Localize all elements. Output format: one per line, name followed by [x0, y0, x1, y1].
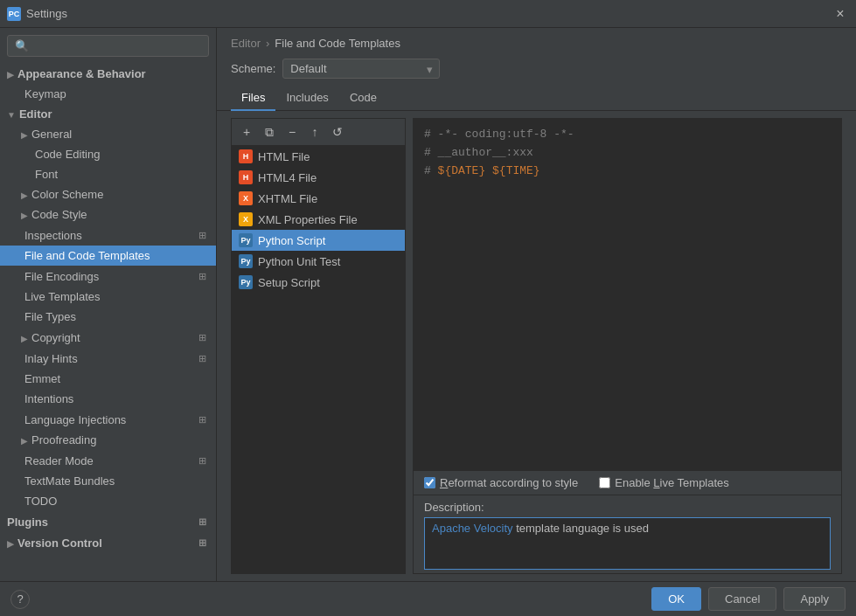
code-editor[interactable]: # -*- coding:utf-8 -*- # __author__:xxx …: [414, 119, 841, 470]
nav-tree: ▶Appearance & Behavior Keymap ▼Editor ▶G…: [0, 64, 216, 581]
file-item-python-unit-test[interactable]: Py Python Unit Test: [232, 251, 405, 272]
sidebar-item-plugins[interactable]: Plugins ⊞: [0, 511, 216, 532]
sidebar-item-appearance[interactable]: ▶Appearance & Behavior: [0, 64, 216, 84]
bottom-right: OK Cancel Apply: [651, 587, 846, 611]
remove-button[interactable]: −: [282, 122, 302, 142]
file-item-html[interactable]: H HTML File: [232, 146, 405, 167]
sidebar-item-editor[interactable]: ▼Editor: [0, 104, 216, 124]
sidebar-item-emmet[interactable]: Emmet: [0, 369, 216, 389]
code-line-3: # ${DATE} ${TIME}: [424, 163, 831, 181]
sidebar-item-live-templates[interactable]: Live Templates: [0, 287, 216, 307]
code-var-time: ${TIME}: [492, 164, 540, 177]
breadcrumb-sep: ›: [266, 37, 269, 50]
ok-button[interactable]: OK: [651, 587, 701, 611]
description-section: Description: Apache Velocity template la…: [414, 495, 841, 573]
sidebar-item-reader-mode[interactable]: Reader Mode ⊞: [0, 450, 216, 471]
apache-velocity-link[interactable]: Apache Velocity: [432, 522, 513, 535]
sidebar-item-code-editing[interactable]: Code Editing: [0, 144, 216, 164]
sidebar-item-file-types[interactable]: File Types: [0, 307, 216, 327]
bottom-bar: ? OK Cancel Apply: [0, 581, 856, 616]
python-test-icon: Py: [239, 254, 253, 268]
content-area: Editor › File and Code Templates Scheme:…: [217, 28, 856, 581]
tab-files[interactable]: Files: [231, 86, 275, 111]
sidebar-item-color-scheme[interactable]: ▶Color Scheme: [0, 184, 216, 204]
reader-mode-badge: ⊞: [195, 453, 209, 467]
close-button[interactable]: ×: [832, 5, 849, 23]
reformat-checkbox[interactable]: [424, 477, 435, 488]
sidebar-item-version-control[interactable]: ▶Version Control ⊞: [0, 532, 216, 553]
scheme-select[interactable]: Default Project: [282, 59, 440, 79]
scheme-bar: Scheme: Default Project: [217, 55, 856, 86]
file-list: H HTML File H HTML4 File X XHTML File X …: [232, 146, 405, 573]
xml-icon: X: [239, 212, 253, 226]
enable-live-templates-text: Enable Live Templates: [615, 476, 729, 489]
main-layout: ▶Appearance & Behavior Keymap ▼Editor ▶G…: [0, 28, 856, 581]
inlay-hints-badge: ⊞: [195, 351, 209, 365]
code-hash-3: #: [424, 164, 438, 177]
sidebar-item-code-style[interactable]: ▶Code Style: [0, 204, 216, 225]
breadcrumb-current: File and Code Templates: [275, 37, 400, 50]
reformat-label[interactable]: Reformat according to style: [424, 476, 578, 489]
app-icon: PC: [7, 7, 21, 21]
plugins-badge: ⊞: [195, 515, 209, 529]
move-up-button[interactable]: ↑: [305, 122, 324, 142]
code-var-date: ${DATE}: [438, 164, 486, 177]
editor-panel: # -*- coding:utf-8 -*- # __author__:xxx …: [413, 118, 842, 574]
sidebar-item-language-injections[interactable]: Language Injections ⊞: [0, 409, 216, 430]
scheme-label: Scheme:: [231, 62, 275, 75]
sidebar-item-inlay-hints[interactable]: Inlay Hints ⊞: [0, 348, 216, 369]
file-panel: + ⧉ − ↑ ↺ H HTML File H HTML4 File: [231, 118, 406, 574]
add-button[interactable]: +: [237, 122, 256, 142]
tab-code[interactable]: Code: [339, 86, 387, 111]
breadcrumb: Editor › File and Code Templates: [217, 28, 856, 55]
editor-options: Reformat according to style Enable Live …: [414, 470, 841, 495]
sidebar-item-inspections[interactable]: Inspections ⊞: [0, 225, 216, 246]
file-encodings-badge: ⊞: [195, 269, 209, 283]
sidebar-item-todo[interactable]: TODO: [0, 491, 216, 511]
code-line-1: # -*- coding:utf-8 -*-: [424, 126, 831, 144]
file-item-label: HTML4 File: [258, 171, 317, 184]
file-item-setup-script[interactable]: Py Setup Script: [232, 272, 405, 293]
help-button[interactable]: ?: [10, 590, 30, 609]
search-input[interactable]: [7, 35, 209, 57]
file-toolbar: + ⧉ − ↑ ↺: [232, 119, 405, 146]
bottom-left: ?: [10, 590, 30, 609]
file-item-xhtml[interactable]: X XHTML File: [232, 188, 405, 209]
code-line-2: # __author__:xxx: [424, 144, 831, 163]
enable-live-templates-label[interactable]: Enable Live Templates: [599, 476, 729, 489]
code-comment-2: # __author__:xxx: [424, 146, 533, 159]
enable-live-templates-checkbox[interactable]: [599, 477, 610, 488]
sidebar-item-intentions[interactable]: Intentions: [0, 389, 216, 409]
apply-button[interactable]: Apply: [783, 587, 846, 611]
sidebar-item-general[interactable]: ▶General: [0, 124, 216, 144]
language-injections-badge: ⊞: [195, 412, 209, 426]
breadcrumb-editor: Editor: [231, 37, 261, 50]
scheme-select-wrap: Default Project: [282, 59, 440, 79]
html-icon: H: [239, 149, 253, 163]
file-item-label: HTML File: [258, 150, 310, 163]
code-comment-1: # -*- coding:utf-8 -*-: [424, 128, 574, 141]
file-item-label: XHTML File: [258, 192, 317, 205]
file-item-python-script[interactable]: Py Python Script: [232, 230, 405, 251]
reformat-text: Reformat according to style: [440, 476, 578, 489]
sidebar: ▶Appearance & Behavior Keymap ▼Editor ▶G…: [0, 28, 217, 581]
sidebar-item-proofreading[interactable]: ▶Proofreading: [0, 430, 216, 450]
file-item-label: Setup Script: [258, 276, 320, 289]
sidebar-item-keymap[interactable]: Keymap: [0, 84, 216, 104]
reset-button[interactable]: ↺: [328, 122, 347, 142]
sidebar-item-copyright[interactable]: ▶Copyright ⊞: [0, 327, 216, 348]
sidebar-item-file-and-code-templates[interactable]: File and Code Templates: [0, 246, 216, 266]
description-label: Description:: [424, 501, 831, 514]
sidebar-item-font[interactable]: Font: [0, 164, 216, 184]
sidebar-item-textmate-bundles[interactable]: TextMate Bundles: [0, 471, 216, 491]
xhtml-icon: X: [239, 191, 253, 205]
sidebar-item-file-encodings[interactable]: File Encodings ⊞: [0, 266, 216, 287]
panels: + ⧉ − ↑ ↺ H HTML File H HTML4 File: [217, 111, 856, 581]
file-item-xml-properties[interactable]: X XML Properties File: [232, 209, 405, 230]
cancel-button[interactable]: Cancel: [708, 587, 776, 611]
tab-includes[interactable]: Includes: [275, 86, 338, 111]
file-item-html4[interactable]: H HTML4 File: [232, 167, 405, 188]
description-rest: template language is used: [513, 522, 649, 535]
version-control-badge: ⊞: [195, 536, 209, 550]
copy-button[interactable]: ⧉: [260, 122, 279, 142]
